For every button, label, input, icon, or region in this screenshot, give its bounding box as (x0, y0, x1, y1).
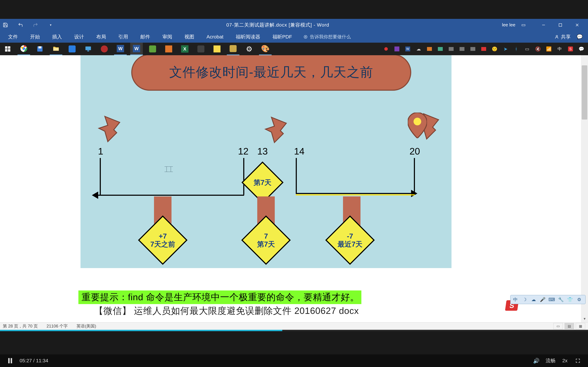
tick (100, 158, 101, 195)
user-name[interactable]: lee lee (502, 22, 515, 28)
save-icon[interactable] (2, 22, 9, 28)
diamond-mid: 7第7天 (241, 216, 291, 265)
file-explorer-icon[interactable] (50, 43, 62, 55)
view-read-mode[interactable]: ▭ (553, 323, 563, 329)
tab-acrobat[interactable]: Acrobat (206, 34, 225, 40)
maximize-button[interactable] (552, 19, 569, 31)
keyboard-icon[interactable]: ⌨ (549, 296, 555, 303)
volume-icon[interactable]: 🔊 (533, 358, 540, 364)
tray-smiley-icon[interactable]: 🙂 (491, 43, 498, 55)
tick (243, 158, 244, 195)
close-button[interactable] (569, 19, 586, 31)
tab-mailings[interactable]: 邮件 (139, 33, 151, 40)
word-icon[interactable]: W (114, 43, 127, 55)
tick (414, 158, 415, 193)
tray-notifications-icon[interactable]: 💬 (578, 43, 585, 55)
tray-battery-icon[interactable]: ▭ (523, 43, 531, 55)
tray-telegram-icon[interactable]: ➤ (502, 43, 509, 55)
redo-icon[interactable] (33, 22, 38, 28)
tray-ime-cn[interactable]: 中 (556, 43, 563, 55)
tab-design[interactable]: 设计 (73, 33, 85, 40)
fullscreen-icon[interactable] (574, 358, 581, 363)
tray-icon[interactable] (436, 43, 444, 55)
tray-volume-icon[interactable]: 🔇 (534, 43, 542, 55)
tab-insert[interactable]: 插入 (51, 33, 63, 40)
user-icon[interactable]: 👕 (567, 296, 573, 303)
window-title: 07-第二关测试题讲解.docx [兼容模式] - Word (53, 22, 502, 28)
sublime-icon[interactable] (195, 43, 207, 55)
quality-button[interactable]: 流畅 (546, 357, 555, 364)
tray-icon[interactable] (458, 43, 466, 55)
moon-icon[interactable]: ☽ (521, 296, 528, 303)
axis-label-1: 1 (98, 146, 103, 157)
app-icon-orange[interactable] (162, 43, 175, 55)
wrench-icon[interactable]: 🔧 (558, 296, 564, 303)
svg-point-6 (556, 35, 558, 37)
tray-cloud-icon[interactable]: ☁ (415, 43, 423, 55)
ribbon-display-options-icon[interactable]: ▭ (521, 22, 526, 28)
minimize-button[interactable] (535, 19, 552, 31)
chrome-icon[interactable] (17, 43, 30, 55)
view-web-layout[interactable]: ▦ (576, 323, 585, 329)
ime-mode[interactable]: 中 (512, 296, 519, 303)
tab-view[interactable]: 视图 (183, 33, 195, 40)
mic-icon[interactable]: 🎤 (539, 296, 546, 303)
svg-rect-11 (5, 46, 8, 49)
pushpin-icon (262, 114, 292, 144)
scroll-down-icon[interactable]: ▾ (581, 315, 588, 322)
tray-app-purple[interactable] (393, 43, 401, 55)
tray-wifi-icon[interactable]: 📶 (545, 43, 553, 55)
highlighted-text[interactable]: 重要提示：find 命令是生产环境中一个极重要的命令，要精通才好。 (78, 291, 361, 304)
save-disk-icon[interactable] (34, 43, 46, 55)
speed-button[interactable]: 2x (562, 358, 568, 364)
comments-icon[interactable]: 💬 (577, 34, 583, 40)
diagram-title-pill: 文件修改时间-最近几天，几天之前 (131, 54, 411, 91)
word-icon-active[interactable]: W (130, 43, 143, 55)
tab-layout[interactable]: 布局 (95, 33, 107, 40)
document-area[interactable]: 文件修改时间-最近几天，几天之前 (0, 43, 588, 322)
tab-foxit-reader[interactable]: 福昕阅读器 (235, 33, 261, 40)
scroll-thumb[interactable] (582, 65, 587, 119)
tray-icon[interactable] (469, 43, 477, 55)
sticky-notes-icon[interactable] (211, 43, 223, 55)
tray-word-icon[interactable]: W (404, 43, 412, 55)
tab-file[interactable]: 文件 (7, 33, 19, 40)
undo-icon[interactable] (17, 22, 24, 28)
app-icon-blue[interactable] (66, 43, 78, 55)
body-text-partial[interactable]: 【微信】 运维人员如何最大限度避免误删除文件 20160627 docx (94, 305, 359, 317)
status-language[interactable]: 英语(美国) (77, 323, 96, 329)
qat-customize-icon[interactable]: ▾ (48, 22, 53, 28)
tray-icon[interactable] (447, 43, 455, 55)
status-page[interactable]: 第 28 页，共 70 页 (3, 323, 38, 329)
tray-icon[interactable] (426, 43, 433, 55)
tell-me-search[interactable]: 告诉我你想要做什么 (303, 34, 351, 40)
tab-home[interactable]: 开始 (29, 33, 41, 40)
share-button[interactable]: 共享 (554, 33, 571, 40)
play-pause-button[interactable] (7, 358, 14, 364)
video-progress-bar[interactable] (0, 330, 588, 331)
ribbon-tabs: 文件 开始 插入 设计 布局 引用 邮件 审阅 视图 Acrobat 福昕阅读器… (0, 31, 588, 43)
settings-gear-icon[interactable]: ⚙ (243, 43, 256, 55)
tray-icon[interactable] (480, 43, 488, 55)
cloud-icon[interactable]: ☁ (530, 296, 537, 303)
view-print-layout[interactable]: ▤ (564, 323, 574, 329)
tab-review[interactable]: 审阅 (161, 33, 173, 40)
tab-references[interactable]: 引用 (117, 33, 129, 40)
tray-record-icon[interactable] (382, 43, 390, 55)
paint-icon[interactable]: 🎨 (259, 43, 272, 55)
app-icon-box[interactable] (227, 43, 239, 55)
text-cursor-icon: ⌶⌶ (164, 165, 173, 173)
start-button[interactable] (1, 43, 14, 55)
vertical-scrollbar[interactable]: ▴ ▾ (581, 43, 588, 322)
gear-icon[interactable]: ⚙ (576, 296, 582, 303)
tab-foxit-pdf[interactable]: 福昕PDF (271, 33, 293, 40)
ime-toolbar[interactable]: 中 ☽ ☁ 🎤 ⌨ 🔧 👕 ⚙ (510, 295, 586, 304)
app-icon-red[interactable] (98, 43, 111, 55)
svg-point-5 (305, 36, 306, 37)
status-word-count[interactable]: 21106 个字 (47, 323, 68, 329)
app-icon-desktop[interactable] (82, 43, 95, 55)
excel-icon[interactable]: X (179, 43, 191, 55)
tray-bluetooth-icon[interactable]: ᚼ (512, 43, 520, 55)
app-icon-green[interactable] (146, 43, 159, 55)
tray-sogou-icon[interactable]: S (567, 43, 574, 55)
